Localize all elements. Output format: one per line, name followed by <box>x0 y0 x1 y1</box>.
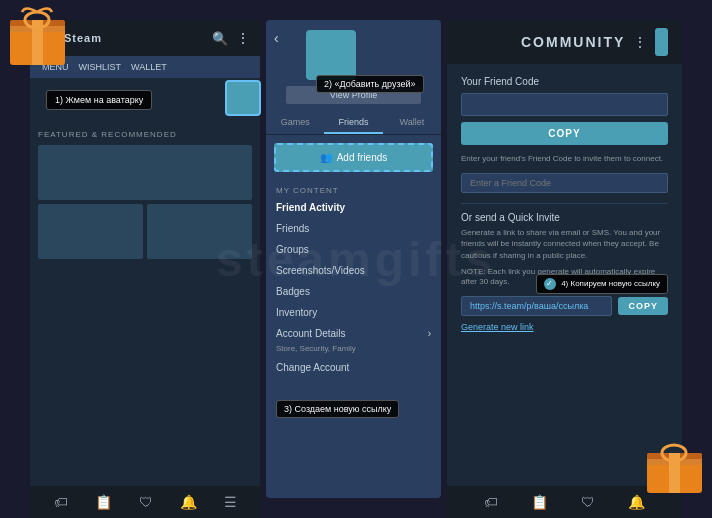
steam-header-icons: 🔍 ⋮ <box>212 30 250 46</box>
search-icon[interactable]: 🔍 <box>212 31 228 46</box>
main-container: Steam 🔍 ⋮ MENU WISHLIST WALLET 1) Жмем н… <box>30 20 682 498</box>
friend-code-input[interactable] <box>461 93 668 116</box>
add-friends-icon: 👥 <box>320 152 332 163</box>
bell-icon[interactable]: 🔔 <box>180 494 197 510</box>
menu-friends[interactable]: Friends <box>266 218 441 239</box>
avatar[interactable] <box>225 80 260 116</box>
account-details-sub: Store, Security, Family <box>266 344 441 357</box>
tooltip-avatar: 1) Жмем на аватарку <box>46 90 152 110</box>
menu-badges[interactable]: Badges <box>266 281 441 302</box>
checkmark-icon: ✓ <box>544 278 556 290</box>
menu-inventory[interactable]: Inventory <box>266 302 441 323</box>
add-friends-label: Add friends <box>337 152 388 163</box>
chevron-right-icon: › <box>428 328 431 339</box>
add-friends-button[interactable]: 👥 Add friends <box>274 143 433 172</box>
gift-decoration-tl <box>0 0 75 75</box>
left-bottom-bar: 🏷 📋 🛡 🔔 ☰ <box>30 486 260 518</box>
menu-friend-activity[interactable]: Friend Activity <box>266 197 441 218</box>
menu-account-details[interactable]: Account Details › <box>266 323 441 344</box>
back-button[interactable]: ‹ <box>274 30 279 46</box>
featured-grid <box>38 204 252 259</box>
featured-label: FEATURED & RECOMMENDED <box>38 130 252 139</box>
tab-games[interactable]: Games <box>266 112 324 134</box>
menu-change-account[interactable]: Change Account <box>266 357 441 378</box>
middle-panel: ‹ View Profile 2) «Добавить друзей» Game… <box>266 20 441 498</box>
nav-wallet[interactable]: WALLET <box>127 60 171 74</box>
right-list-icon[interactable]: 📋 <box>531 494 548 510</box>
featured-section: FEATURED & RECOMMENDED <box>30 122 260 267</box>
tooltip-new-link: 3) Создаем новую ссылку <box>276 400 399 418</box>
right-tag-icon[interactable]: 🏷 <box>484 494 498 510</box>
community-header: COMMUNITY ⋮ <box>447 20 682 64</box>
menu-groups[interactable]: Groups <box>266 239 441 260</box>
shield-icon[interactable]: 🛡 <box>139 494 153 510</box>
featured-item-2 <box>147 204 252 259</box>
tooltip-copy-link: ✓ 4) Копируем новую ссылку <box>536 274 668 294</box>
copy-friend-code-button[interactable]: COPY <box>461 122 668 145</box>
community-title: COMMUNITY <box>521 34 625 50</box>
quick-invite-desc: Generate a link to share via email or SM… <box>461 227 668 261</box>
divider <box>461 203 668 204</box>
generate-new-link-button[interactable]: Generate new link <box>461 320 668 334</box>
copy-link-button[interactable]: COPY <box>618 297 668 315</box>
link-row: COPY ✓ 4) Копируем новую ссылку <box>461 296 668 316</box>
quick-invite-title: Or send a Quick Invite <box>461 212 668 223</box>
steam-panel: Steam 🔍 ⋮ MENU WISHLIST WALLET 1) Жмем н… <box>30 20 260 498</box>
tooltip-add-friends: 2) «Добавить друзей» <box>316 75 424 93</box>
tab-friends[interactable]: Friends <box>324 112 382 134</box>
friend-code-title: Your Friend Code <box>461 76 668 87</box>
helper-text: Enter your friend's Friend Code to invit… <box>461 153 668 164</box>
tag-icon[interactable]: 🏷 <box>54 494 68 510</box>
middle-tabs: Games Friends Wallet <box>266 112 441 135</box>
more-options-icon[interactable]: ⋮ <box>236 30 250 46</box>
hamburger-icon[interactable]: ☰ <box>224 494 237 510</box>
my-content-label: MY CONTENT <box>266 180 441 197</box>
list-icon[interactable]: 📋 <box>95 494 112 510</box>
community-avatar <box>655 28 668 56</box>
enter-friend-code-input[interactable] <box>461 173 668 193</box>
community-more-icon[interactable]: ⋮ <box>633 34 647 50</box>
gift-decoration-br <box>637 443 712 518</box>
nav-wishlist[interactable]: WISHLIST <box>75 60 126 74</box>
right-shield-icon[interactable]: 🛡 <box>581 494 595 510</box>
featured-item-1 <box>38 204 143 259</box>
menu-screenshots[interactable]: Screenshots/Videos <box>266 260 441 281</box>
community-content: Your Friend Code COPY Enter your friend'… <box>447 64 682 346</box>
right-panel: COMMUNITY ⋮ Your Friend Code COPY Enter … <box>447 20 682 498</box>
tab-wallet[interactable]: Wallet <box>383 112 441 134</box>
invite-link-input[interactable] <box>461 296 612 316</box>
profile-avatar <box>306 30 356 80</box>
featured-item-main <box>38 145 252 200</box>
account-details-label: Account Details <box>276 328 345 339</box>
